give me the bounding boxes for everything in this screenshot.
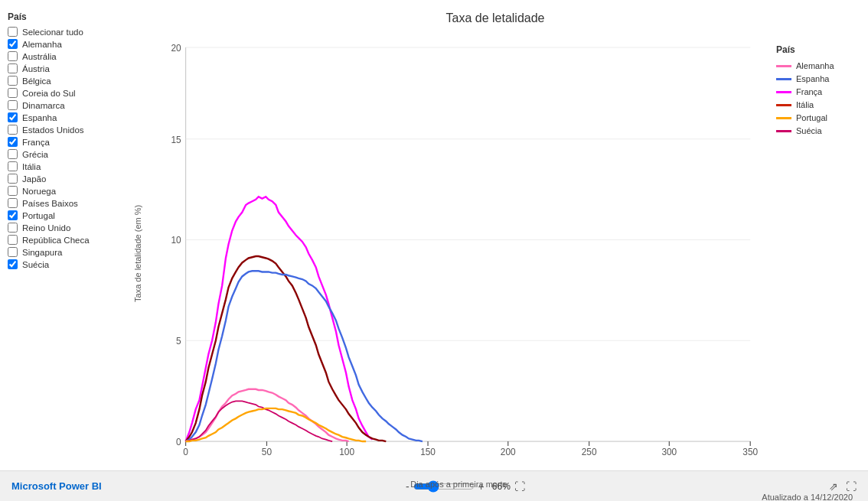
updated-label: Atualizado a 14/12/2020 [15, 493, 853, 501]
svg-text:200: 200 [501, 447, 516, 457]
chart-svg: 0 5 10 15 20 0 50 100 150 200 250 [149, 29, 768, 478]
legend-title: País [776, 44, 860, 55]
legend-item: Espanha [776, 74, 860, 83]
label-coreia-do-sul[interactable]: Coreia do Sul [22, 89, 76, 98]
svg-text:20: 20 [171, 43, 181, 54]
checkbox-áustria[interactable] [8, 63, 18, 73]
checkbox-item[interactable]: Portugal [8, 210, 130, 220]
svg-text:0: 0 [183, 447, 188, 457]
checkbox-item[interactable]: Espanha [8, 112, 130, 122]
legend-line-color [776, 117, 791, 119]
legend-line-color [776, 78, 791, 80]
checkbox-grécia[interactable] [8, 149, 18, 159]
checkbox-alemanha[interactable] [8, 39, 18, 49]
powerbi-link[interactable]: Microsoft Power BI [11, 480, 102, 492]
checkbox-frança[interactable] [8, 137, 18, 147]
select-all-label[interactable]: Selecionar tudo [22, 28, 83, 37]
checkbox-item[interactable]: Noruega [8, 186, 130, 196]
checkbox-item[interactable]: República Checa [8, 235, 130, 245]
sidebar: País Selecionar tudo AlemanhaAustráliaÁu… [8, 8, 130, 489]
label-itália[interactable]: Itália [22, 162, 41, 171]
checkbox-japão[interactable] [8, 174, 18, 184]
y-axis-label: Taxa de letalidade (em %) [130, 29, 145, 478]
alemanha-line [186, 389, 349, 441]
legend-line-color [776, 130, 791, 132]
checkbox-países-baixos[interactable] [8, 198, 18, 208]
chart-area: País Selecionar tudo AlemanhaAustráliaÁu… [0, 0, 868, 489]
checkbox-item[interactable]: Estados Unidos [8, 125, 130, 135]
label-países-baixos[interactable]: Países Baixos [22, 199, 78, 208]
checkbox-item[interactable]: França [8, 137, 130, 147]
legend-item-label: França [796, 87, 822, 96]
label-suécia[interactable]: Suécia [22, 260, 49, 269]
x-axis-label: Dia após a primeira morte [149, 480, 768, 489]
checkbox-item[interactable]: Países Baixos [8, 198, 130, 208]
svg-text:300: 300 [661, 447, 677, 457]
checkbox-portugal[interactable] [8, 210, 18, 220]
checkbox-suécia[interactable] [8, 259, 18, 269]
legend-item-label: Espanha [796, 74, 829, 83]
checkbox-item[interactable]: Austrália [8, 51, 130, 61]
checkbox-item[interactable]: Áustria [8, 63, 130, 73]
legend-item: Suécia [776, 126, 860, 135]
checkbox-reino-unido[interactable] [8, 223, 18, 233]
checkbox-noruega[interactable] [8, 186, 18, 196]
legend-item: Alemanha [776, 61, 860, 70]
label-noruega[interactable]: Noruega [22, 187, 56, 196]
checkbox-espanha[interactable] [8, 112, 18, 122]
checkbox-bélgica[interactable] [8, 76, 18, 86]
chart-wrapper: Taxa de letalidade Taxa de letalidade (e… [130, 8, 860, 489]
checkbox-itália[interactable] [8, 161, 18, 171]
legend-area: País AlemanhaEspanhaFrançaItáliaPortugal… [776, 44, 860, 139]
legend-item-label: Suécia [796, 126, 822, 135]
label-reino-unido[interactable]: Reino Unido [22, 223, 70, 233]
select-all-checkbox[interactable] [8, 27, 18, 37]
chart-inner: Taxa de letalidade (em %) [130, 29, 860, 478]
checkbox-item[interactable]: Itália [8, 161, 130, 171]
checkbox-austrália[interactable] [8, 51, 18, 61]
label-espanha[interactable]: Espanha [22, 113, 57, 122]
checkbox-item[interactable]: Alemanha [8, 39, 130, 49]
country-list: AlemanhaAustráliaÁustriaBélgicaCoreia do… [8, 39, 130, 269]
checkbox-dinamarca[interactable] [8, 100, 18, 110]
checkbox-item[interactable]: Dinamarca [8, 100, 130, 110]
label-estados-unidos[interactable]: Estados Unidos [22, 125, 84, 135]
label-dinamarca[interactable]: Dinamarca [22, 101, 65, 110]
label-áustria[interactable]: Áustria [22, 64, 50, 73]
checkbox-república-checa[interactable] [8, 235, 18, 245]
checkbox-singapura[interactable] [8, 247, 18, 257]
legend-item: França [776, 87, 860, 96]
checkbox-item[interactable]: Singapura [8, 247, 130, 257]
checkbox-item[interactable]: Suécia [8, 259, 130, 269]
checkbox-item[interactable]: Reino Unido [8, 223, 130, 233]
checkbox-coreia-do-sul[interactable] [8, 88, 18, 98]
legend-line-color [776, 65, 791, 67]
svg-text:15: 15 [171, 134, 181, 145]
label-frança[interactable]: França [22, 138, 50, 147]
svg-text:50: 50 [262, 447, 272, 457]
label-japão[interactable]: Japão [22, 174, 46, 184]
svg-text:250: 250 [582, 447, 597, 457]
checkbox-item[interactable]: Coreia do Sul [8, 88, 130, 98]
label-alemanha[interactable]: Alemanha [22, 40, 62, 49]
label-austrália[interactable]: Austrália [22, 52, 57, 61]
legend-line-color [776, 104, 791, 106]
legend-items: AlemanhaEspanhaFrançaItáliaPortugalSuéci… [776, 61, 860, 135]
label-grécia[interactable]: Grécia [22, 150, 48, 159]
label-portugal[interactable]: Portugal [22, 211, 55, 220]
label-singapura[interactable]: Singapura [22, 248, 62, 257]
legend-item-label: Itália [796, 100, 814, 109]
label-bélgica[interactable]: Bélgica [22, 76, 51, 86]
france-line [186, 197, 373, 441]
checkbox-item[interactable]: Grécia [8, 149, 130, 159]
svg-text:100: 100 [339, 447, 354, 457]
label-república-checa[interactable]: República Checa [22, 236, 90, 245]
main-container: País Selecionar tudo AlemanhaAustráliaÁu… [0, 0, 868, 470]
svg-text:10: 10 [171, 235, 181, 246]
checkbox-estados-unidos[interactable] [8, 125, 18, 135]
checkbox-item[interactable]: Japão [8, 174, 130, 184]
chart-title: Taxa de letalidade [130, 11, 860, 25]
legend-item-label: Alemanha [796, 61, 834, 70]
checkbox-select-all[interactable]: Selecionar tudo [8, 27, 130, 37]
checkbox-item[interactable]: Bélgica [8, 76, 130, 86]
